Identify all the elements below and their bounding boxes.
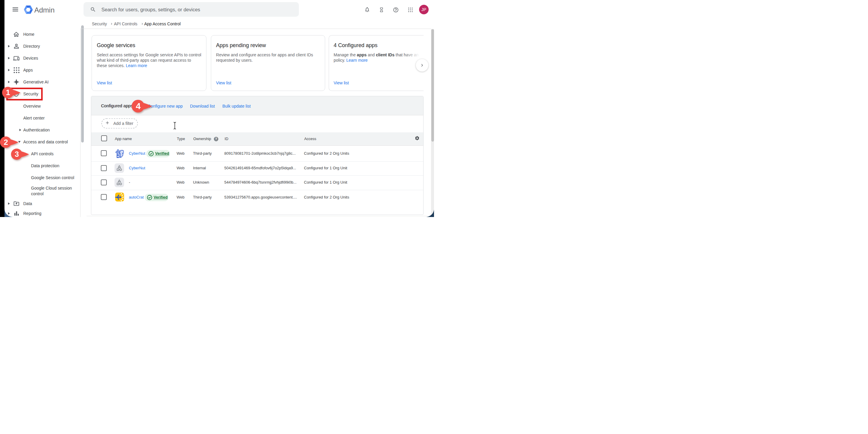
svg-text:2: 2 — [4, 138, 8, 147]
svg-text:3: 3 — [14, 150, 19, 158]
svg-text:1: 1 — [6, 88, 10, 97]
svg-text:4: 4 — [136, 101, 141, 111]
